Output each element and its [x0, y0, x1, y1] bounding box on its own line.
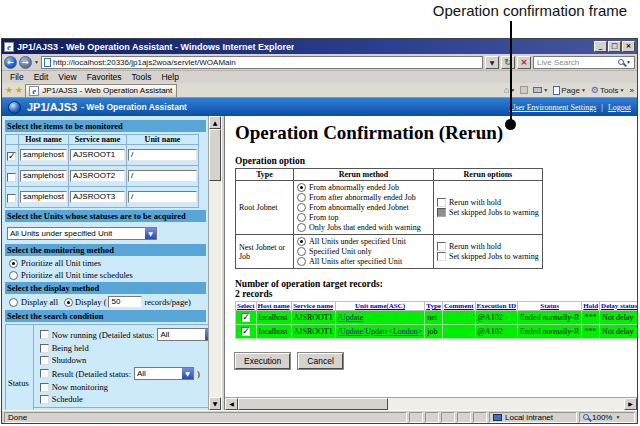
minimize-button[interactable]: _ — [594, 41, 607, 52]
radio-icon[interactable] — [64, 298, 73, 307]
left-frame-scrollbar[interactable]: ▲ ▼ — [208, 116, 221, 410]
unit-name-link[interactable]: /Update — [338, 313, 363, 322]
print-button[interactable]: ▼ — [533, 87, 548, 93]
radio-icon[interactable] — [297, 183, 306, 192]
feeds-button[interactable] — [520, 86, 528, 94]
refresh-button[interactable]: ↻ — [501, 56, 515, 69]
checkbox-icon[interactable] — [40, 356, 49, 365]
history-dropdown-icon[interactable]: ▼ — [34, 59, 39, 65]
col-delay[interactable]: Delay status — [600, 302, 637, 311]
result-detail-select[interactable]: All ▼ — [134, 367, 194, 380]
menu-view[interactable]: View — [53, 72, 81, 82]
address-dropdown-button[interactable]: ▼ — [485, 56, 499, 69]
monitoring-method-option[interactable]: Prioritize all Unit time schedules — [9, 270, 206, 280]
checkbox-icon[interactable] — [437, 198, 446, 207]
radio-icon[interactable] — [297, 237, 306, 246]
monitor-row-checkbox[interactable] — [7, 194, 16, 203]
skipped-jobs-option[interactable]: Set skipped Jobs to warning — [437, 252, 539, 261]
radio-icon[interactable] — [297, 193, 306, 202]
unit-scope-select[interactable]: All Units under specified Unit ▼ — [7, 227, 157, 240]
command-overflow-button[interactable]: » — [630, 86, 634, 95]
now-running-option[interactable]: Now running (Detailed status: All ▼ ) — [40, 328, 208, 341]
col-status[interactable]: Status — [517, 302, 581, 311]
rerun-method-option[interactable]: From top — [297, 213, 430, 222]
stop-button[interactable]: × — [517, 56, 531, 69]
unit-name-link[interactable]: /Update/Update<London> — [338, 327, 423, 336]
col-select[interactable]: Select — [236, 302, 257, 311]
now-running-detail-select[interactable]: All ▼ — [157, 328, 208, 341]
forward-button[interactable]: → — [19, 56, 32, 69]
scroll-right-icon[interactable]: ▶ — [624, 398, 637, 410]
scroll-down-icon[interactable]: ▼ — [209, 397, 221, 410]
rerun-method-option[interactable]: From abnormally ended Jobnet — [297, 203, 430, 212]
radio-icon[interactable] — [297, 257, 306, 266]
col-service[interactable]: Service name — [291, 302, 335, 311]
record-checkbox[interactable] — [241, 327, 250, 336]
address-field[interactable]: http://localhost:20336/jp1ajs2woa/servle… — [41, 56, 483, 69]
monitor-row-checkbox[interactable] — [7, 173, 16, 182]
now-monitoring-option[interactable]: Now monitoring — [40, 382, 208, 392]
being-held-option[interactable]: Being held — [40, 343, 208, 353]
search-icon[interactable] — [618, 59, 624, 65]
radio-icon[interactable] — [9, 271, 18, 280]
cancel-button[interactable]: Cancel — [298, 353, 342, 369]
menu-favorites[interactable]: Favorites — [82, 72, 127, 82]
rerun-hold-option[interactable]: Rerun with hold — [437, 198, 539, 207]
tools-menu-button[interactable]: ⚙ Tools ▼ — [591, 85, 625, 95]
user-environment-settings-link[interactable]: User Environment Settings — [510, 103, 597, 112]
records-per-page-input[interactable]: 50 — [108, 296, 142, 308]
checkbox-icon[interactable] — [40, 330, 49, 339]
schedule-option[interactable]: Schedule — [40, 394, 208, 404]
menu-edit[interactable]: Edit — [29, 72, 54, 82]
right-frame-hscrollbar[interactable]: ◀ ▶ — [225, 397, 637, 410]
host-name-input[interactable]: samplehost — [20, 149, 67, 161]
search-dropdown-icon[interactable]: ▼ — [626, 59, 631, 65]
back-button[interactable]: ← — [4, 56, 17, 69]
rerun-method-option[interactable]: From abnormally ended Job — [297, 183, 430, 192]
browser-tab[interactable]: e JP1/AJS3 - Web Operation Assistant — [25, 84, 177, 97]
maximize-button[interactable]: □ — [608, 41, 621, 52]
unit-name-input[interactable]: / — [128, 149, 197, 161]
display-all-option[interactable]: Display all — [9, 297, 58, 307]
rerun-method-option[interactable]: All Units after specified Unit — [297, 257, 430, 266]
shutdown-option[interactable]: Shutdown — [40, 355, 208, 365]
scroll-up-icon[interactable]: ▲ — [209, 116, 221, 129]
menu-tools[interactable]: Tools — [127, 72, 157, 82]
radio-icon[interactable] — [9, 259, 18, 268]
col-type[interactable]: Type — [425, 302, 443, 311]
scrollbar-track[interactable] — [388, 398, 624, 410]
record-checkbox[interactable] — [241, 313, 250, 322]
col-host[interactable]: Host name — [256, 302, 291, 311]
unit-name-input[interactable]: / — [128, 191, 197, 203]
monitor-row-checkbox[interactable] — [7, 152, 16, 161]
scrollbar-thumb[interactable] — [209, 129, 221, 181]
close-button[interactable]: × — [622, 41, 635, 52]
zoom-dropdown-icon[interactable]: ▼ — [615, 414, 620, 420]
zoom-control[interactable]: 100% ▼ — [579, 412, 635, 423]
menu-help[interactable]: Help — [156, 72, 183, 82]
search-input[interactable]: Live Search ▼ — [533, 56, 635, 69]
col-unit[interactable]: Unit name(ASC) — [335, 302, 425, 311]
radio-icon[interactable] — [297, 203, 306, 212]
checkbox-icon[interactable] — [437, 242, 446, 251]
col-hold[interactable]: Hold — [582, 302, 600, 311]
logout-link[interactable]: Logout — [608, 103, 631, 112]
radio-icon[interactable] — [297, 213, 306, 222]
service-name-input[interactable]: AJSROOT3 — [70, 191, 125, 203]
menu-file[interactable]: File — [5, 72, 29, 82]
scrollbar-thumb[interactable] — [238, 398, 388, 410]
scroll-left-icon[interactable]: ◀ — [225, 398, 238, 410]
result-option[interactable]: Result (Detailed status: All ▼ ) — [40, 367, 208, 380]
checkbox-icon[interactable] — [40, 369, 49, 378]
page-menu-button[interactable]: Page ▼ — [553, 86, 586, 95]
unit-name-input[interactable]: / — [128, 170, 197, 182]
service-name-input[interactable]: AJSROOT1 — [70, 149, 125, 161]
favorites-star-icon[interactable]: ★ — [5, 84, 13, 97]
execution-button[interactable]: Execution — [235, 353, 290, 369]
radio-icon[interactable] — [9, 298, 18, 307]
add-favorite-star-icon[interactable]: ★ — [15, 84, 23, 97]
rerun-method-option[interactable]: Specified Unit only — [297, 247, 430, 256]
rerun-method-option[interactable]: From after abnormally ended Job — [297, 193, 430, 202]
checkbox-icon[interactable] — [40, 395, 49, 404]
radio-icon[interactable] — [297, 223, 306, 232]
